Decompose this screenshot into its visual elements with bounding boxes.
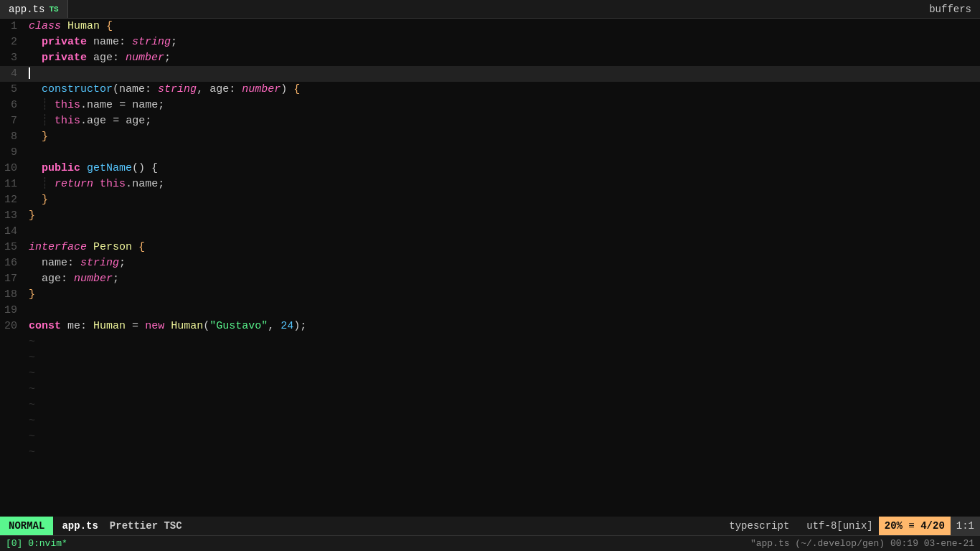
status-right: typescript utf-8[unix] 20% ≡ 4/20 1:1 (717, 517, 980, 535)
line-number: 8 (0, 129, 23, 145)
tilde-line: ~ (0, 397, 980, 413)
line-content: ~ (23, 429, 980, 445)
status-filename: app.ts (53, 520, 106, 532)
status-plugins: Prettier TSC (107, 520, 185, 532)
cmd-right: "app.ts (~/.develop/gen) 00:19 03-ene-21 (745, 538, 980, 549)
line-number (0, 429, 23, 445)
line-content: class Human { (23, 19, 980, 34)
status-bar: NORMAL app.ts Prettier TSC typescript ut… (0, 517, 980, 535)
line-number: 9 (0, 145, 23, 161)
line-number (0, 350, 23, 366)
tab-bar: app.ts TS buffers (0, 0, 980, 19)
line-number (0, 366, 23, 382)
cmd-left: [0] 0:nvim* (0, 538, 73, 549)
line-number: 2 (0, 34, 23, 50)
scroll-icon: ≡ (908, 520, 914, 532)
line-content: ┊ this.age = age; (23, 113, 980, 129)
line-number: 1 (0, 19, 23, 34)
line-number (0, 334, 23, 350)
line-number: 20 (0, 319, 23, 334)
status-encoding: utf-8[unix] (801, 520, 878, 532)
table-row: 17 age: number; (0, 271, 980, 287)
table-row: 6 ┊ this.name = name; (0, 98, 980, 113)
status-cursor-pos: 1:1 (951, 517, 980, 535)
tilde-line: ~ (0, 413, 980, 429)
table-row: 15 interface Person { (0, 240, 980, 255)
table-row: 19 (0, 303, 980, 319)
line-content: ~ (23, 397, 980, 413)
line-col: 4/20 (920, 520, 945, 532)
tilde-line: ~ (0, 334, 980, 350)
tilde-line: ~ (0, 429, 980, 445)
line-number: 6 (0, 98, 23, 113)
table-row: 16 name: string; (0, 255, 980, 271)
line-number (0, 445, 23, 461)
line-number: 14 (0, 224, 23, 240)
tab-badge: TS (49, 5, 58, 14)
line-number (0, 397, 23, 413)
table-row: 10 public getName() { (0, 161, 980, 176)
line-content: private age: number; (23, 50, 980, 66)
line-number: 11 (0, 176, 23, 192)
buffers-label: buffers (929, 4, 980, 15)
line-content: } (23, 192, 980, 208)
line-content: } (23, 287, 980, 303)
line-content: ┊ return this.name; (23, 176, 980, 192)
tab-filename: app.ts (9, 4, 44, 15)
tilde-line: ~ (0, 382, 980, 397)
line-content: constructor(name: string, age: number) { (23, 82, 980, 98)
table-row: 13 } (0, 208, 980, 224)
line-content (23, 303, 980, 319)
line-number: 4 (0, 66, 23, 82)
editor: 1 class Human { 2 private name: string; … (0, 19, 980, 517)
table-row: 12 } (0, 192, 980, 208)
table-row: 7 ┊ this.age = age; (0, 113, 980, 129)
line-content: } (23, 129, 980, 145)
status-position-badge: 20% ≡ 4/20 (879, 517, 951, 535)
file-tab[interactable]: app.ts TS (0, 0, 68, 18)
line-number: 7 (0, 113, 23, 129)
line-number: 19 (0, 303, 23, 319)
line-number: 5 (0, 82, 23, 98)
line-content: name: string; (23, 255, 980, 271)
table-row: 5 constructor(name: string, age: number)… (0, 82, 980, 98)
scroll-pct: 20% (885, 520, 903, 532)
table-row: 9 (0, 145, 980, 161)
line-number: 3 (0, 50, 23, 66)
line-number: 13 (0, 208, 23, 224)
table-row: 11 ┊ return this.name; (0, 176, 980, 192)
mode-badge: NORMAL (0, 517, 53, 535)
line-number: 10 (0, 161, 23, 176)
status-filetype: typescript (717, 520, 801, 532)
line-number: 15 (0, 240, 23, 255)
line-number: 18 (0, 287, 23, 303)
line-content: public getName() { (23, 161, 980, 176)
table-row: 8 } (0, 129, 980, 145)
line-number: 16 (0, 255, 23, 271)
line-content (23, 145, 980, 161)
line-content: const me: Human = new Human("Gustavo", 2… (23, 319, 980, 334)
line-number (0, 382, 23, 397)
table-row: 1 class Human { (0, 19, 980, 34)
line-content: ~ (23, 366, 980, 382)
tilde-line: ~ (0, 445, 980, 461)
tilde-line: ~ (0, 350, 980, 366)
tilde-line: ~ (0, 366, 980, 382)
line-number: 12 (0, 192, 23, 208)
table-row: 20 const me: Human = new Human("Gustavo"… (0, 319, 980, 334)
table-row: 4 (0, 66, 980, 82)
line-content: ┊ this.name = name; (23, 98, 980, 113)
line-content: ~ (23, 445, 980, 461)
line-number: 17 (0, 271, 23, 287)
code-area[interactable]: 1 class Human { 2 private name: string; … (0, 19, 980, 517)
table-row: 14 (0, 224, 980, 240)
line-content: } (23, 208, 980, 224)
line-content: age: number; (23, 271, 980, 287)
line-content: interface Person { (23, 240, 980, 255)
line-content: ~ (23, 413, 980, 429)
line-content: ~ (23, 382, 980, 397)
table-row: 2 private name: string; (0, 34, 980, 50)
line-content: private name: string; (23, 34, 980, 50)
command-bar: [0] 0:nvim* "app.ts (~/.develop/gen) 00:… (0, 535, 980, 551)
table-row: 3 private age: number; (0, 50, 980, 66)
